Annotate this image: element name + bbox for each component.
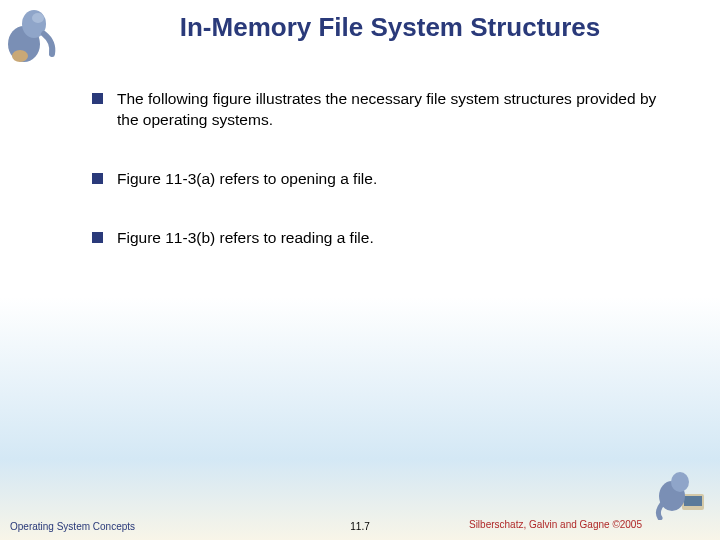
content-area: The following figure illustrates the nec… [0, 43, 720, 249]
svg-point-7 [671, 472, 689, 492]
dinosaur-mascot-bottom-right-icon [654, 470, 712, 520]
svg-point-2 [32, 13, 44, 23]
bullet-text: Figure 11-3(b) refers to reading a file. [117, 228, 374, 249]
slide-title: In-Memory File System Structures [0, 0, 720, 43]
bullet-text: The following figure illustrates the nec… [117, 89, 680, 131]
footer-page-number: 11.7 [350, 521, 369, 532]
bullet-square-icon [92, 93, 103, 104]
footer: Operating System Concepts 11.7 Silbersch… [0, 519, 720, 532]
svg-point-3 [12, 50, 28, 62]
bullet-item: Figure 11-3(b) refers to reading a file. [92, 228, 680, 249]
bullet-text: Figure 11-3(a) refers to opening a file. [117, 169, 377, 190]
bullet-item: The following figure illustrates the nec… [92, 89, 680, 131]
footer-left-text: Operating System Concepts [10, 521, 135, 532]
bullet-square-icon [92, 232, 103, 243]
dinosaur-mascot-top-left-icon [4, 4, 62, 66]
svg-rect-5 [684, 496, 702, 506]
footer-copyright: Silberschatz, Galvin and Gagne ©2005 [469, 519, 642, 530]
bullet-square-icon [92, 173, 103, 184]
bullet-item: Figure 11-3(a) refers to opening a file. [92, 169, 680, 190]
